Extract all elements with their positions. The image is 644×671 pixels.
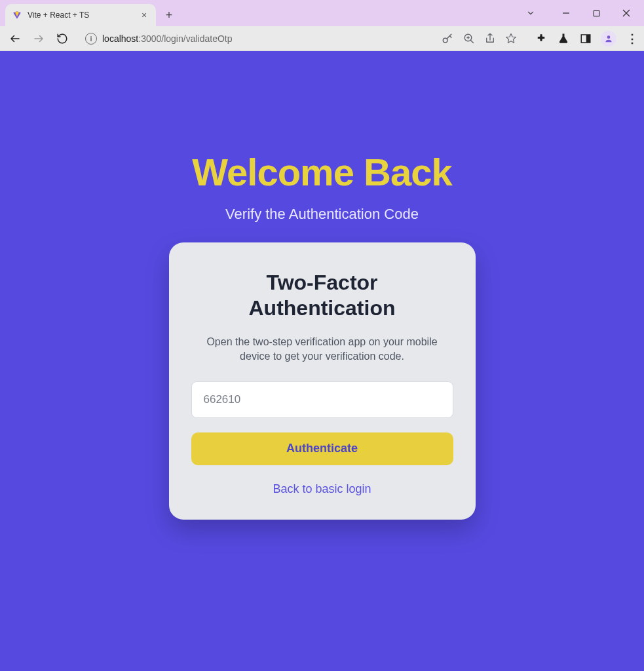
otp-card: Two-Factor Authentication Open the two-s…	[169, 242, 476, 520]
svg-rect-1	[594, 10, 599, 16]
card-description: Open the two-step verification app on yo…	[191, 335, 453, 364]
svg-rect-10	[586, 35, 590, 43]
site-info-icon[interactable]: i	[85, 33, 97, 45]
browser-menu-icon[interactable]: ⋮	[624, 31, 639, 46]
address-bar[interactable]: i localhost:3000/login/validateOtp	[79, 29, 523, 48]
labs-flask-icon[interactable]	[556, 31, 571, 46]
extensions-icon[interactable]	[534, 31, 548, 46]
browser-tab-strip: Vite + React + TS × +	[0, 0, 644, 26]
share-icon[interactable]	[484, 33, 496, 45]
nav-reload-button[interactable]	[52, 29, 72, 48]
nav-back-button[interactable]	[5, 29, 25, 48]
key-icon[interactable]	[441, 32, 454, 45]
card-title: Two-Factor Authentication	[191, 270, 453, 320]
window-minimize-button[interactable]	[551, 3, 581, 24]
tab-close-icon[interactable]: ×	[139, 10, 149, 20]
profile-avatar-icon[interactable]	[601, 31, 616, 47]
window-maximize-button[interactable]	[581, 3, 611, 24]
otp-input[interactable]	[191, 381, 453, 418]
devices-panel-icon[interactable]	[578, 31, 593, 46]
page-body: Welcome Back Verify the Authentication C…	[0, 51, 644, 671]
vite-favicon-icon	[12, 10, 22, 20]
back-to-login-link[interactable]: Back to basic login	[191, 482, 453, 496]
new-tab-button[interactable]: +	[160, 6, 178, 24]
page-subheadline: Verify the Authentication Code	[225, 206, 419, 223]
authenticate-button[interactable]: Authenticate	[191, 432, 453, 465]
browser-tab[interactable]: Vite + React + TS ×	[5, 4, 156, 26]
page-headline: Welcome Back	[192, 150, 451, 194]
window-close-button[interactable]	[611, 3, 641, 24]
tab-title: Vite + React + TS	[28, 10, 134, 20]
svg-point-11	[607, 35, 611, 39]
zoom-icon[interactable]	[463, 33, 475, 45]
svg-line-6	[470, 40, 474, 43]
tab-search-chevron-icon[interactable]	[516, 3, 546, 24]
browser-toolbar: i localhost:3000/login/validateOtp	[0, 26, 644, 51]
address-text: localhost:3000/login/validateOtp	[102, 33, 232, 44]
bookmark-star-icon[interactable]	[505, 33, 517, 45]
nav-forward-button[interactable]	[29, 29, 48, 48]
